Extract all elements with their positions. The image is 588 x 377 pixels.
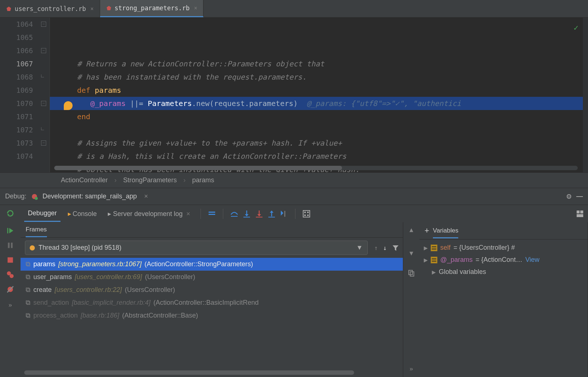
filter-icon[interactable] — [392, 244, 399, 252]
variables-panel: + Variables ▶ self = {UsersController} #… — [419, 222, 588, 377]
mute-breakpoints-icon[interactable] — [6, 285, 14, 293]
svg-rect-31 — [8, 257, 13, 263]
view-breakpoints-icon[interactable] — [6, 271, 14, 279]
svg-marker-28 — [9, 228, 13, 234]
chevron-right-icon: › — [114, 176, 117, 184]
run-config-name[interactable]: Development: sample_rails_app — [43, 193, 137, 200]
editor: 1064106510661067106810691070107110721073… — [0, 18, 588, 172]
svg-rect-20 — [304, 212, 306, 213]
svg-rect-13 — [256, 217, 262, 217]
thread-name: Thread 30 [sleep] (pid 9518) — [38, 244, 121, 252]
close-icon[interactable]: × — [144, 193, 148, 200]
evaluate-expression-icon[interactable] — [302, 209, 311, 218]
close-icon[interactable]: × — [90, 6, 93, 12]
svg-rect-7 — [231, 216, 238, 217]
close-icon[interactable]: × — [186, 210, 190, 217]
line-number-gutter: 1064106510661067106810691070107110721073… — [0, 18, 40, 172]
fold-gutter: −−−− — [40, 18, 50, 172]
svg-marker-0 — [7, 7, 11, 11]
scroll-down-icon[interactable]: ▼ — [409, 249, 413, 257]
step-over-icon[interactable] — [230, 209, 239, 218]
frame-row[interactable]: ⧉ user_params [users_controller.rb:69] (… — [21, 271, 403, 283]
svg-rect-24 — [577, 211, 580, 213]
tab-debugger[interactable]: Debugger — [24, 206, 60, 222]
frames-scroll-tools: ▲ ▼ » — [403, 222, 419, 377]
tab-strong-parameters[interactable]: strong_parameters.rb × — [100, 0, 204, 17]
tab-users-controller[interactable]: users_controller.rb × — [0, 0, 100, 17]
breadcrumb-item[interactable]: params — [192, 176, 214, 184]
breadcrumb-item[interactable]: StrongParameters — [123, 176, 177, 184]
svg-marker-1 — [107, 6, 111, 10]
frames-panel: Frames Thread 30 [sleep] (pid 9518) ▼ ↑ … — [21, 222, 403, 377]
breadcrumb: ActionController › StrongParameters › pa… — [0, 172, 588, 188]
tab-label: users_controller.rb — [15, 5, 86, 12]
svg-rect-21 — [307, 212, 309, 213]
svg-rect-27 — [7, 228, 8, 234]
force-step-into-icon[interactable] — [255, 209, 264, 218]
frame-row[interactable]: ⧉ process_action [base.rb:186] (Abstract… — [21, 309, 403, 322]
svg-point-33 — [10, 274, 14, 278]
debug-body: » Frames Thread 30 [sleep] (pid 9518) ▼ … — [0, 222, 588, 377]
svg-rect-30 — [11, 243, 13, 248]
breadcrumb-item[interactable]: ActionController — [61, 176, 108, 184]
tab-console[interactable]: ▸Console — [64, 206, 100, 222]
debug-tool-window-header: Debug: Development: sample_rails_app × ⚙… — [0, 188, 588, 205]
svg-rect-10 — [243, 217, 250, 217]
thread-selector[interactable]: Thread 30 [sleep] (pid 9518) ▼ — [25, 241, 368, 255]
pause-icon[interactable] — [6, 241, 14, 249]
ruby-file-icon — [106, 5, 112, 11]
code-area[interactable]: ✓ # Returns a new ActionController::Para… — [50, 18, 583, 172]
editor-tab-bar: users_controller.rb × strong_parameters.… — [0, 0, 588, 18]
svg-rect-5 — [209, 212, 215, 213]
variable-row[interactable]: ▶ Global variables — [421, 266, 586, 278]
tab-server-log[interactable]: ▸ Server development log × — [104, 206, 194, 222]
variable-tree[interactable]: ▶ self = {UsersController} #▶ @_params =… — [419, 239, 588, 280]
step-into-icon[interactable] — [242, 209, 251, 218]
frame-row[interactable]: ⧉ create [users_controller.rb:22] (Users… — [21, 283, 403, 296]
stop-icon[interactable] — [6, 256, 14, 264]
svg-point-3 — [35, 197, 38, 200]
layout-settings-icon[interactable] — [576, 209, 584, 218]
svg-rect-19 — [303, 211, 310, 217]
svg-marker-12 — [257, 214, 261, 216]
copy-icon[interactable] — [408, 269, 415, 277]
variable-row[interactable]: ▶ self = {UsersController} # — [421, 242, 586, 254]
more-icon[interactable]: » — [5, 300, 15, 310]
step-out-icon[interactable] — [267, 209, 276, 218]
editor-right-gutter — [583, 18, 588, 172]
svg-rect-16 — [268, 217, 275, 217]
frame-row[interactable]: ⧉ params [strong_parameters.rb:1067] (Ac… — [21, 258, 403, 271]
show-execution-point-icon[interactable] — [207, 209, 216, 218]
prev-frame-icon[interactable]: ↑ — [374, 244, 378, 252]
ruby-file-icon — [6, 6, 12, 12]
close-icon[interactable]: × — [194, 5, 197, 11]
scroll-up-icon[interactable]: ▲ — [409, 226, 413, 233]
horizontal-scrollbar[interactable] — [54, 166, 578, 170]
debug-run-tools: » — [0, 222, 21, 377]
frame-row[interactable]: ⧉ send_action [basic_implicit_render.rb:… — [21, 296, 403, 309]
next-frame-icon[interactable]: ↓ — [383, 244, 387, 252]
run-to-cursor-icon[interactable] — [280, 209, 289, 218]
frames-header: Frames — [26, 226, 47, 237]
svg-rect-29 — [8, 243, 10, 248]
minimize-icon[interactable]: — — [576, 193, 583, 200]
frame-list[interactable]: ⧉ params [strong_parameters.rb:1067] (Ac… — [21, 258, 403, 368]
svg-rect-6 — [209, 214, 215, 215]
debug-side-tools — [0, 205, 21, 222]
horizontal-scrollbar[interactable] — [24, 370, 399, 375]
svg-rect-22 — [304, 215, 306, 216]
gear-icon[interactable]: ⚙ — [566, 193, 572, 201]
svg-rect-23 — [307, 215, 309, 216]
more-icon[interactable]: » — [406, 364, 416, 374]
rerun-icon[interactable] — [6, 209, 14, 217]
debug-label: Debug: — [5, 193, 26, 200]
svg-marker-15 — [270, 211, 273, 213]
thread-status-icon — [30, 245, 35, 250]
chevron-down-icon: ▼ — [356, 244, 363, 252]
svg-marker-9 — [245, 214, 249, 216]
svg-rect-25 — [580, 211, 583, 213]
add-watch-icon[interactable]: + — [425, 226, 429, 235]
variable-row[interactable]: ▶ @_params = {ActionCont… View — [421, 254, 586, 266]
variables-header: Variables — [433, 227, 459, 238]
resume-icon[interactable] — [6, 227, 14, 235]
